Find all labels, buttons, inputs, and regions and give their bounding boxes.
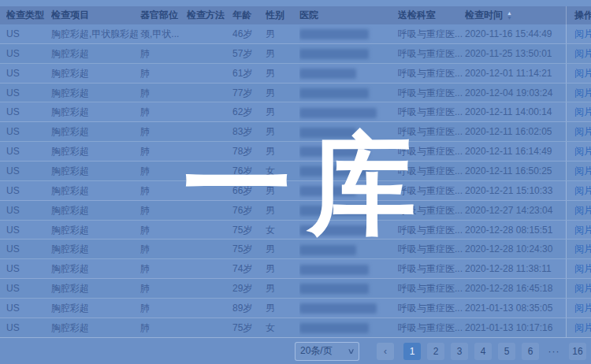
table-row[interactable]: US 胸腔彩超 肺 75岁 女 呼吸与重症医... 2020-12-28 08:… bbox=[0, 221, 591, 240]
exam-records-page: 检查类型 检查项目 器官部位 检查方法 年龄 性别 医院 送检科室 检查时间▲▼… bbox=[0, 0, 591, 364]
cell-action: 阅片 bbox=[566, 44, 591, 63]
table-row[interactable]: US 胸腔彩超 肺 61岁 男 呼吸与重症医... 2020-12-01 11:… bbox=[0, 64, 591, 84]
table-row[interactable]: US 胸腔彩超 肺 76岁 女 呼吸与重症医... 2020-12-11 16:… bbox=[0, 162, 591, 181]
table-row[interactable]: US 胸腔彩超 肺 89岁 男 呼吸与重症医... 2021-01-13 08:… bbox=[0, 299, 591, 318]
page-button-16[interactable]: 16 bbox=[569, 343, 586, 360]
view-film-link[interactable]: 阅片 bbox=[574, 221, 591, 240]
view-film-link[interactable]: 阅片 bbox=[574, 279, 591, 298]
sort-icon[interactable]: ▲▼ bbox=[507, 10, 512, 20]
view-film-link[interactable]: 阅片 bbox=[574, 84, 591, 102]
table-row[interactable]: US 胸腔彩超 肺 29岁 男 呼吸与重症医... 2020-12-28 16:… bbox=[0, 279, 591, 299]
cell-exam-time: 2021-01-13 08:35:05 bbox=[465, 299, 566, 318]
page-button-5[interactable]: 5 bbox=[498, 343, 515, 360]
cell-hospital-redacted bbox=[299, 259, 398, 278]
cell-hospital-redacted bbox=[299, 221, 398, 240]
view-film-link[interactable]: 阅片 bbox=[574, 44, 591, 63]
cell-action: 阅片 bbox=[566, 102, 591, 121]
cell-exam-type: US bbox=[6, 84, 51, 102]
cell-department: 呼吸与重症医... bbox=[398, 221, 465, 240]
prev-page-button[interactable]: ‹ bbox=[377, 343, 394, 360]
cell-department: 呼吸与重症医... bbox=[398, 84, 465, 102]
cell-age: 46岁 bbox=[232, 24, 266, 43]
cell-exam-time: 2020-12-21 15:10:33 bbox=[465, 181, 566, 200]
cell-exam-type: US bbox=[6, 64, 51, 83]
page-button-4[interactable]: 4 bbox=[474, 343, 492, 360]
table-row[interactable]: US 胸腔彩超 肺 66岁 男 呼吸与重症医... 2020-12-21 15:… bbox=[0, 181, 591, 201]
cell-department: 呼吸与重症医... bbox=[398, 162, 465, 180]
cell-exam-time: 2020-12-28 08:15:51 bbox=[465, 221, 566, 240]
cell-department: 呼吸与重症医... bbox=[398, 240, 465, 258]
view-film-link[interactable]: 阅片 bbox=[574, 240, 591, 258]
table-row[interactable]: US 胸腔彩超 肺 74岁 男 呼吸与重症医... 2020-12-28 11:… bbox=[0, 259, 591, 279]
cell-gender: 男 bbox=[266, 84, 299, 102]
cell-age: 75岁 bbox=[232, 240, 266, 258]
table-row[interactable]: US 胸腔彩超 肺 76岁 男 呼吸与重症医... 2020-12-27 14:… bbox=[0, 201, 591, 221]
table-body: US 胸腔彩超,甲状腺彩超 颈,甲状... 46岁 男 呼吸与重症医... 20… bbox=[0, 24, 591, 337]
cell-exam-type: US bbox=[6, 259, 51, 278]
view-film-link[interactable]: 阅片 bbox=[574, 162, 591, 180]
table-row[interactable]: US 胸腔彩超 肺 62岁 男 呼吸与重症医... 2020-12-11 14:… bbox=[0, 102, 591, 122]
table-row[interactable]: US 胸腔彩超 肺 78岁 男 呼吸与重症医... 2020-12-11 16:… bbox=[0, 142, 591, 162]
cell-department: 呼吸与重症医... bbox=[398, 142, 465, 161]
view-film-link[interactable]: 阅片 bbox=[574, 142, 591, 161]
cell-exam-time: 2020-11-25 13:50:01 bbox=[465, 44, 566, 63]
view-film-link[interactable]: 阅片 bbox=[574, 259, 591, 278]
table-row[interactable]: US 胸腔彩超 肺 77岁 男 呼吸与重症医... 2020-12-04 19:… bbox=[0, 84, 591, 103]
cell-exam-time: 2020-12-04 19:03:24 bbox=[465, 84, 566, 102]
header-exam-time-sortable[interactable]: 检查时间▲▼ bbox=[465, 9, 566, 22]
cell-gender: 女 bbox=[266, 318, 299, 337]
cell-exam-item: 胸腔彩超 bbox=[51, 201, 140, 220]
header-gender: 性别 bbox=[266, 9, 299, 22]
view-film-link[interactable]: 阅片 bbox=[574, 299, 591, 318]
page-size-select[interactable]: 20条/页 ∨ bbox=[295, 342, 359, 361]
header-exam-type: 检查类型 bbox=[6, 9, 51, 22]
cell-department: 呼吸与重症医... bbox=[398, 299, 465, 318]
cell-exam-item: 胸腔彩超 bbox=[51, 64, 140, 83]
view-film-link[interactable]: 阅片 bbox=[574, 122, 591, 141]
cell-action: 阅片 bbox=[566, 64, 591, 83]
cell-exam-type: US bbox=[6, 102, 51, 121]
redaction-blur-block bbox=[299, 265, 369, 275]
table-row[interactable]: US 胸腔彩超,甲状腺彩超 颈,甲状... 46岁 男 呼吸与重症医... 20… bbox=[0, 24, 591, 44]
cell-gender: 男 bbox=[266, 142, 299, 161]
cell-organ: 肺 bbox=[140, 122, 187, 141]
cell-age: 77岁 bbox=[232, 84, 266, 102]
view-film-link[interactable]: 阅片 bbox=[574, 318, 591, 337]
redaction-blur-block bbox=[299, 245, 356, 255]
page-button-6[interactable]: 6 bbox=[522, 343, 539, 360]
view-film-link[interactable]: 阅片 bbox=[574, 102, 591, 121]
cell-exam-time: 2020-12-28 16:45:18 bbox=[465, 279, 566, 298]
pager-more-icon[interactable]: ··· bbox=[545, 343, 563, 360]
table-row[interactable]: US 胸腔彩超 肺 83岁 男 呼吸与重症医... 2020-12-11 16:… bbox=[0, 122, 591, 142]
header-organ: 器官部位 bbox=[140, 9, 187, 22]
cell-exam-item: 胸腔彩超 bbox=[51, 122, 140, 141]
top-strip bbox=[0, 0, 591, 6]
cell-exam-time: 2020-12-27 14:23:04 bbox=[465, 201, 566, 220]
cell-age: 75岁 bbox=[232, 221, 266, 240]
redaction-blur-block bbox=[299, 166, 369, 176]
cell-exam-type: US bbox=[6, 221, 51, 240]
view-film-link[interactable]: 阅片 bbox=[574, 64, 591, 83]
cell-organ: 肺 bbox=[140, 201, 187, 220]
cell-gender: 女 bbox=[266, 221, 299, 240]
redaction-blur-block bbox=[299, 108, 377, 118]
page-button-2[interactable]: 2 bbox=[427, 343, 444, 360]
cell-action: 阅片 bbox=[566, 318, 591, 337]
header-method: 检查方法 bbox=[187, 9, 232, 22]
view-film-link[interactable]: 阅片 bbox=[574, 24, 591, 43]
page-button-1[interactable]: 1 bbox=[403, 343, 421, 360]
header-exam-item: 检查项目 bbox=[51, 9, 140, 22]
view-film-link[interactable]: 阅片 bbox=[574, 201, 591, 220]
cell-exam-type: US bbox=[6, 201, 51, 220]
cell-hospital-redacted bbox=[299, 318, 398, 337]
cell-organ: 肺 bbox=[140, 259, 187, 278]
table-row[interactable]: US 胸腔彩超 肺 57岁 男 呼吸与重症医... 2020-11-25 13:… bbox=[0, 44, 591, 64]
table-row[interactable]: US 胸腔彩超 肺 75岁 女 呼吸与重症医... 2021-01-13 10:… bbox=[0, 318, 591, 337]
view-film-link[interactable]: 阅片 bbox=[574, 181, 591, 200]
page-button-3[interactable]: 3 bbox=[451, 343, 468, 360]
cell-exam-item: 胸腔彩超 bbox=[51, 318, 140, 337]
cell-exam-item: 胸腔彩超 bbox=[51, 102, 140, 121]
cell-exam-time: 2020-12-28 11:38:11 bbox=[465, 259, 566, 278]
cell-action: 阅片 bbox=[566, 122, 591, 141]
table-row[interactable]: US 胸腔彩超 肺 75岁 男 呼吸与重症医... 2020-12-28 10:… bbox=[0, 240, 591, 259]
